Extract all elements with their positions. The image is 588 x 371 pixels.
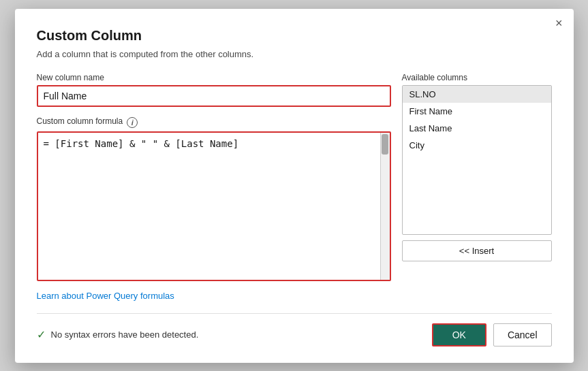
list-item[interactable]: SL.NO — [403, 86, 551, 103]
list-item[interactable]: First Name — [403, 103, 551, 120]
action-buttons: OK Cancel — [432, 323, 552, 346]
formula-label-row: Custom column formula i — [37, 116, 391, 129]
close-button[interactable]: × — [555, 17, 563, 29]
main-content: New column name Custom column formula i … — [37, 73, 552, 301]
dialog-title: Custom Column — [37, 28, 552, 44]
columns-list: SL.NO First Name Last Name City — [402, 85, 552, 235]
formula-label: Custom column formula — [37, 116, 123, 126]
formula-area-wrapper: = [First Name] & " " & [Last Name] — [37, 131, 391, 281]
custom-column-dialog: × Custom Column Add a column that is com… — [15, 9, 574, 363]
list-item[interactable]: Last Name — [403, 120, 551, 137]
info-icon: i — [127, 117, 138, 128]
dialog-subtitle: Add a column that is computed from the o… — [37, 49, 552, 59]
learn-link[interactable]: Learn about Power Query formulas — [37, 291, 174, 301]
status-row: ✓ No syntax errors have been detected. — [37, 328, 199, 341]
insert-button[interactable]: << Insert — [402, 240, 552, 261]
available-columns-label: Available columns — [402, 73, 552, 82]
column-name-input[interactable] — [37, 85, 391, 107]
right-panel: Available columns SL.NO First Name Last … — [402, 73, 552, 301]
status-text: No syntax errors have been detected. — [51, 329, 199, 340]
check-icon: ✓ — [37, 328, 46, 341]
ok-button[interactable]: OK — [432, 323, 486, 346]
formula-textarea[interactable]: = [First Name] & " " & [Last Name] — [38, 133, 380, 280]
scrollbar-thumb — [382, 134, 388, 155]
list-item[interactable]: City — [403, 137, 551, 154]
column-name-label: New column name — [37, 73, 391, 82]
cancel-button[interactable]: Cancel — [493, 323, 552, 346]
left-panel: New column name Custom column formula i … — [37, 73, 391, 301]
footer: ✓ No syntax errors have been detected. O… — [37, 313, 552, 346]
formula-scrollbar — [380, 133, 390, 280]
